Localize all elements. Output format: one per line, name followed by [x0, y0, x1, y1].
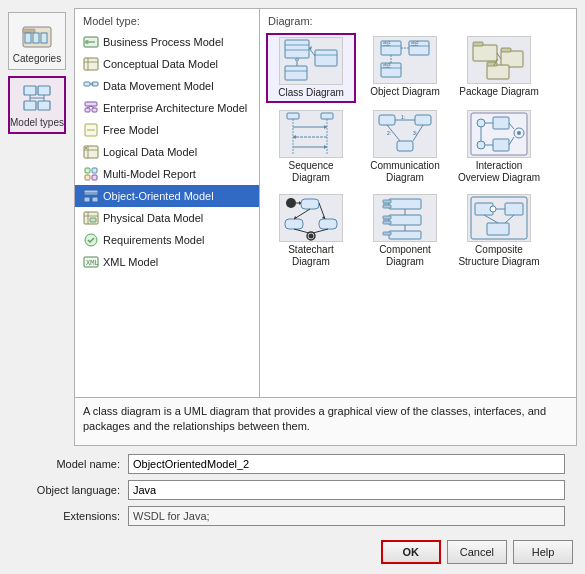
- model-types-icon: [21, 83, 53, 115]
- pdm-icon: [83, 210, 99, 226]
- svg-text:obj2: obj2: [411, 40, 419, 45]
- svg-rect-3: [33, 33, 39, 43]
- dmm-label: Data Movement Model: [103, 80, 214, 92]
- diagram-item-object[interactable]: obj1 obj2 obj3: [360, 33, 450, 103]
- model-type-header: Model type:: [75, 13, 259, 31]
- svg-rect-39: [84, 197, 90, 202]
- model-type-item-pdm[interactable]: Physical Data Model: [75, 207, 259, 229]
- eam-label: Enterprise Architecture Model: [103, 102, 247, 114]
- object-language-input[interactable]: [128, 480, 565, 500]
- svg-rect-33: [85, 168, 90, 173]
- svg-rect-123: [389, 199, 421, 209]
- oom-icon: [83, 188, 99, 204]
- xml-label: XML Model: [103, 256, 158, 268]
- diagram-item-component[interactable]: Component Diagram: [360, 191, 450, 271]
- diagram-item-class[interactable]: Class Diagram: [266, 33, 356, 103]
- svg-rect-127: [383, 216, 391, 219]
- diagram-grid: Class Diagram obj1: [264, 31, 572, 273]
- bottom-row: OK Cancel Help: [8, 534, 577, 566]
- ok-button[interactable]: OK: [381, 540, 441, 564]
- categories-label: Categories: [13, 53, 61, 64]
- diagram-item-interaction[interactable]: Interaction Overview Diagram: [454, 107, 544, 187]
- xml-icon: XML: [83, 254, 99, 270]
- model-type-item-bpm[interactable]: Business Process Model: [75, 31, 259, 53]
- diagram-header: Diagram:: [264, 13, 572, 31]
- main-container: Categories Model types: [0, 0, 585, 574]
- description-text: A class diagram is a UML diagram that pr…: [83, 405, 546, 432]
- svg-rect-5: [24, 86, 36, 95]
- model-type-item-eam[interactable]: Enterprise Architecture Model: [75, 97, 259, 119]
- svg-rect-4: [41, 33, 47, 43]
- model-name-row: Model name:: [20, 454, 565, 474]
- extensions-input[interactable]: [128, 506, 565, 526]
- statechart-diagram-img: [279, 194, 343, 242]
- model-type-item-mmr[interactable]: Multi-Model Report: [75, 163, 259, 185]
- object-language-label: Object language:: [20, 484, 120, 496]
- svg-rect-73: [501, 48, 511, 52]
- svg-rect-34: [92, 168, 97, 173]
- interaction-diagram-img: [467, 110, 531, 158]
- cancel-button[interactable]: Cancel: [447, 540, 507, 564]
- svg-rect-126: [389, 215, 421, 225]
- model-type-list: Model type: Business Process Model Co: [75, 9, 260, 397]
- svg-rect-101: [493, 139, 509, 151]
- svg-rect-36: [92, 175, 97, 180]
- diagram-item-sequence[interactable]: Sequence Diagram: [266, 107, 356, 187]
- svg-rect-137: [505, 203, 523, 215]
- help-button[interactable]: Help: [513, 540, 573, 564]
- svg-line-76: [497, 53, 501, 59]
- extensions-row: Extensions:: [20, 506, 565, 526]
- svg-point-103: [517, 131, 521, 135]
- model-type-item-free[interactable]: Free Model: [75, 119, 259, 141]
- svg-rect-23: [85, 108, 90, 112]
- model-type-item-dmm[interactable]: Data Movement Model: [75, 75, 259, 97]
- communication-diagram-img: 1: 2: 3:: [373, 110, 437, 158]
- model-type-item-ldm[interactable]: Logical Data Model: [75, 141, 259, 163]
- mmr-icon: [83, 166, 99, 182]
- diagram-item-composite[interactable]: Composite Structure Diagram: [454, 191, 544, 271]
- svg-line-53: [309, 48, 315, 56]
- svg-rect-15: [84, 58, 98, 70]
- class-diagram-img: [279, 37, 343, 85]
- svg-point-98: [477, 119, 485, 127]
- model-type-item-oom[interactable]: Object-Oriented Model: [75, 185, 259, 207]
- left-sidebar: Categories Model types: [8, 8, 66, 446]
- categories-button[interactable]: Categories: [8, 12, 66, 70]
- diagram-item-package[interactable]: Package Diagram: [454, 33, 544, 103]
- diagram-item-communication[interactable]: 1: 2: 3: Communication Diagram: [360, 107, 450, 187]
- svg-rect-2: [25, 33, 31, 43]
- diagram-item-statechart[interactable]: Statechart Diagram: [266, 191, 356, 271]
- model-type-item-cdm[interactable]: Conceptual Data Model: [75, 53, 259, 75]
- component-diagram-img: [373, 194, 437, 242]
- svg-point-100: [477, 141, 485, 149]
- description-area: A class diagram is a UML diagram that pr…: [75, 397, 576, 445]
- svg-marker-83: [324, 125, 327, 129]
- free-label: Free Model: [103, 124, 159, 136]
- svg-rect-110: [301, 199, 319, 209]
- object-diagram-img: obj1 obj2 obj3: [373, 36, 437, 84]
- interaction-diagram-label: Interaction Overview Diagram: [457, 160, 541, 184]
- cdm-icon: [83, 56, 99, 72]
- form-area: Model name: Object language: Extensions:: [8, 446, 577, 534]
- svg-rect-125: [383, 205, 391, 208]
- svg-rect-40: [92, 197, 98, 202]
- model-name-input[interactable]: [128, 454, 565, 474]
- svg-rect-55: [285, 66, 307, 80]
- ldm-label: Logical Data Model: [103, 146, 197, 158]
- model-type-item-xml[interactable]: XML XML Model: [75, 251, 259, 273]
- model-type-item-req[interactable]: Requirements Model: [75, 229, 259, 251]
- package-diagram-img: [467, 36, 531, 84]
- model-types-button[interactable]: Model types: [8, 76, 66, 134]
- svg-marker-87: [324, 145, 327, 149]
- diagram-panel: Diagram:: [260, 9, 576, 397]
- svg-rect-90: [397, 141, 413, 151]
- svg-text:obj1: obj1: [383, 40, 391, 45]
- ldm-icon: [83, 144, 99, 160]
- svg-text:3:: 3:: [413, 130, 417, 136]
- svg-rect-88: [379, 115, 395, 125]
- svg-point-140: [490, 206, 496, 212]
- svg-line-121: [294, 229, 309, 233]
- svg-rect-111: [285, 219, 303, 229]
- svg-rect-35: [85, 175, 90, 180]
- svg-point-32: [85, 147, 87, 149]
